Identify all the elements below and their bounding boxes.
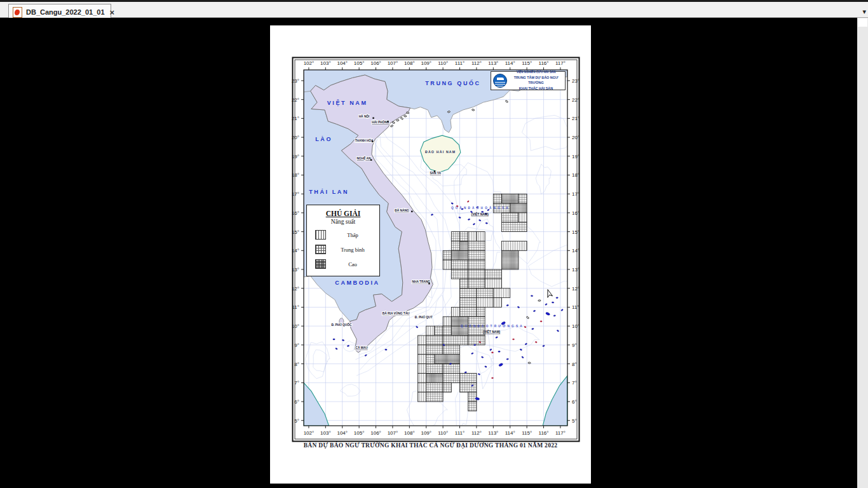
scrollbar-thumb[interactable] [858, 18, 867, 27]
pdf-file-icon [13, 7, 22, 18]
zone-cell-level-1 [443, 260, 451, 269]
lat-label-left: 21° [292, 116, 299, 121]
zone-cell-level-1 [477, 298, 493, 308]
lon-label-bottom: 105° [354, 430, 365, 436]
lat-label-left: 19° [292, 154, 299, 159]
zone-cell-level-1 [418, 355, 426, 364]
legend-subtitle: Năng suất [307, 219, 379, 225]
city-label: HẢI PHÒNG [372, 119, 389, 124]
lon-label-top: 103° [320, 60, 331, 66]
lat-label-left: 9° [294, 342, 299, 348]
vertical-scrollbar[interactable] [857, 18, 868, 488]
zone-cell-level-2 [443, 250, 451, 260]
archipelago-sublabel: (VIỆT NAM) [483, 329, 501, 334]
lat-label-right: 8° [572, 362, 577, 367]
lon-label-bottom: 112° [471, 430, 482, 436]
zone-cell-level-2 [435, 326, 443, 336]
zone-cell-level-2 [460, 279, 468, 288]
zone-cell-level-2 [460, 383, 477, 392]
lon-label-bottom: 108° [404, 430, 415, 436]
zone-cell-level-2 [477, 307, 485, 316]
lat-label-left: 23° [292, 78, 299, 84]
zone-cell-level-1 [519, 213, 527, 222]
zone-cell-level-2 [468, 269, 485, 279]
lon-label-top: 112° [471, 60, 482, 66]
zone-cell-level-2 [451, 232, 459, 241]
app-window: { "app": { "tab_title": "DB_Cangu_2022_0… [0, 0, 868, 488]
legend-label-low: Thấp [326, 232, 379, 238]
zone-cell-level-3 [426, 373, 443, 383]
country-label: TRUNG QUỐC [425, 79, 481, 86]
zone-cell-level-1 [477, 232, 485, 241]
lat-label-left: 10° [292, 323, 299, 329]
tab-close-icon[interactable]: × [109, 8, 116, 17]
zone-cell-level-2 [502, 213, 519, 222]
lon-label-bottom: 116° [539, 430, 549, 436]
zone-cell-level-2 [502, 222, 527, 232]
country-label: VIỆT NAM [327, 99, 368, 106]
zone-cell-level-2 [460, 307, 477, 316]
lat-label-right: 21° [572, 116, 580, 121]
zone-cell-level-3 [502, 250, 519, 269]
city-marker [372, 118, 374, 119]
zone-cell-level-2 [519, 194, 527, 203]
city-label: THANH HÓA [355, 138, 374, 142]
zone-cell-level-2 [443, 326, 451, 336]
tab-title: DB_Cangu_2022_01_01 [26, 8, 105, 16]
zone-cell-level-2 [468, 279, 485, 288]
lon-label-top: 105° [354, 60, 365, 66]
lat-label-right: 15° [572, 229, 580, 235]
zone-cell-level-3 [460, 241, 468, 250]
zone-cell-level-2 [426, 355, 435, 364]
city-label: Đ. PHÚ QUÝ [415, 315, 433, 319]
zone-cell-level-2 [485, 269, 501, 279]
lat-label-right: 16° [572, 210, 580, 216]
city-label: ĐÀ NẴNG [395, 208, 409, 212]
zone-cell-level-2 [477, 288, 493, 298]
lat-label-left: 8° [294, 362, 299, 367]
zone-cell-level-1 [443, 316, 451, 326]
city-label: NHA TRANG [412, 280, 430, 283]
lat-label-right: 18° [572, 172, 580, 178]
lon-label-top: 109° [421, 60, 431, 66]
legend-swatch-medium [315, 245, 326, 254]
lon-label-top: 102° [304, 60, 315, 66]
city-label: HÀ NỘI [359, 114, 370, 118]
lat-label-right: 12° [572, 286, 580, 292]
zone-cell-level-2 [468, 241, 485, 250]
zone-cell-level-2 [460, 288, 477, 298]
zone-cell-level-1 [485, 279, 501, 288]
lat-label-right: 5° [572, 418, 577, 424]
zone-cell-level-2 [426, 336, 443, 345]
lat-label-right: 13° [572, 267, 580, 273]
lat-label-left: 22° [292, 97, 299, 103]
lon-label-bottom: 103° [320, 430, 331, 436]
zone-cell-level-2 [443, 345, 459, 355]
lon-label-bottom: 113° [488, 430, 498, 436]
tab-bar: DB_Cangu_2022_01_01 × ▾ [0, 0, 868, 18]
country-label: LÀO [315, 136, 332, 142]
lat-label-right: 14° [572, 248, 580, 254]
lon-label-top: 115° [522, 60, 532, 66]
zone-cell-level-2 [426, 383, 443, 392]
institute-logo-icon [493, 74, 507, 88]
city-marker [372, 140, 373, 142]
lon-label-top: 106° [370, 60, 381, 66]
zone-cell-level-3 [510, 203, 527, 213]
zone-cell-level-2 [468, 336, 485, 345]
zone-cell-level-1 [418, 364, 426, 374]
archipelago-label: Q U Ầ N Đ Ả O T R Ư Ờ N G S A [461, 323, 523, 328]
lon-label-bottom: 106° [370, 430, 381, 436]
lon-label-bottom: 104° [337, 430, 348, 436]
lat-label-right: 19° [572, 154, 580, 159]
city-label: CÀ MAU [355, 346, 368, 349]
lat-label-right: 7° [572, 380, 577, 386]
area-label: ĐẢO HẢI NAM [425, 150, 456, 154]
tab-list-dropdown-icon[interactable]: ▾ [862, 8, 866, 16]
zone-cell-level-2 [451, 241, 459, 250]
lon-label-top: 111° [455, 60, 465, 66]
lon-label-bottom: 107° [388, 430, 398, 436]
city-label: SAN YA [430, 172, 441, 175]
lon-label-bottom: 115° [522, 430, 532, 436]
zone-cell-level-2 [451, 269, 468, 279]
